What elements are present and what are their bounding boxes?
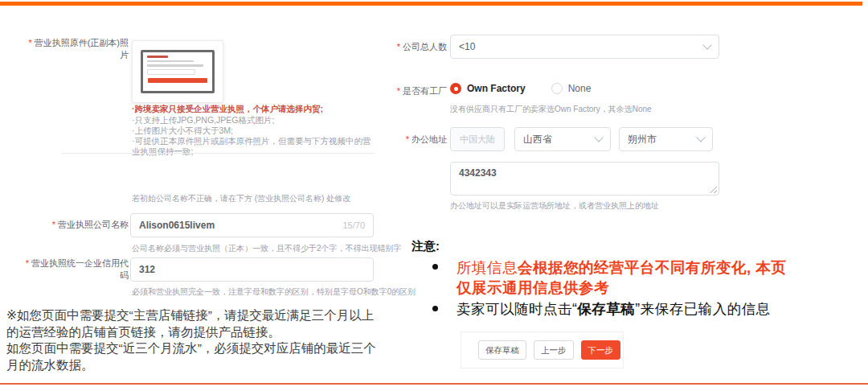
bullet-dot <box>432 306 438 311</box>
section-divider <box>61 153 375 154</box>
credit-code-help: 必须和营业执照完全一致，注意字母和数字的区别，特别是字母O和数字0的区别 <box>132 286 416 298</box>
bullet-2-pre: 卖家可以随时点击“ <box>457 301 577 317</box>
field-label-company-size: *公司总人数 <box>350 41 447 53</box>
label-text: 营业执照公司名称 <box>58 220 129 229</box>
footer-buttons-inset: 保存草稿 上一步 下一步 <box>461 331 624 368</box>
resize-handle-icon[interactable] <box>710 186 717 193</box>
chevron-down-icon <box>594 133 603 142</box>
company-name-value: Alison0615livem <box>139 220 336 231</box>
license-dialog-graphic <box>141 50 215 93</box>
dialog-title-bar <box>147 56 168 58</box>
rule-line: ·上传图片大小不得大于3M; <box>132 126 375 136</box>
rule-line: ·可提供正本原件照片或副本原件照片，但需要与下方视频中的营业执照保持一致; <box>132 136 375 157</box>
factory-help: 没有供应商只有工厂的卖家选Own Factory，其余选None <box>450 104 652 115</box>
company-name-help: 公司名称必须与营业执照（正本）一致，且不得少于2个字，不得出现错别字 <box>132 243 402 254</box>
province-value: 山西省 <box>523 133 596 146</box>
field-label-office-address: *办公地址 <box>350 134 447 146</box>
required-mark: * <box>397 86 400 96</box>
label-text: 营业执照统一企业信用代码 <box>31 258 129 280</box>
notice-bullet-1: 所填信息会根据您的经营平台不同有所变化, 本页仅展示通用信息供参考 <box>432 257 797 298</box>
label-text: 办公地址 <box>411 134 447 144</box>
credit-code-value: 312 <box>139 264 365 275</box>
factory-radio-group: Own Factory None <box>450 83 591 94</box>
prev-step-button[interactable]: 上一步 <box>534 340 574 360</box>
province-select[interactable]: 山西省 <box>514 127 611 151</box>
required-mark: * <box>26 258 29 268</box>
field-label-company-name: *营业执照公司名称 <box>23 219 129 231</box>
license-red-note: ·跨境卖家只接受企业营业执照，个体户请选择内贸; <box>132 104 323 115</box>
bullet-dot <box>432 264 438 270</box>
chevron-down-icon <box>702 40 711 49</box>
radio-selected-icon[interactable] <box>450 83 461 94</box>
bullet-2-bold: 保存草稿 <box>577 301 635 317</box>
rule-line: ·只支持上传JPG,PNG,JPEG格式图片; <box>132 115 375 126</box>
city-select[interactable]: 朔州市 <box>619 127 713 151</box>
notice-heading: 注意: <box>411 239 440 254</box>
radio-unselected-icon[interactable] <box>551 83 563 94</box>
chevron-down-icon <box>696 133 705 142</box>
company-size-select[interactable]: <10 <box>450 35 719 59</box>
address-detail-textarea[interactable]: 4342343 <box>450 162 719 196</box>
radio-option-none[interactable]: None <box>568 83 592 94</box>
dialog-text-bar <box>147 60 194 63</box>
bottom-accent-line <box>0 383 868 385</box>
region-value: 中国大陆 <box>460 134 495 146</box>
license-photo-thumbnail[interactable] <box>132 40 223 103</box>
notice-bullet-1-text: 所填信息会根据您的经营平台不同有所变化, 本页仅展示通用信息供参考 <box>457 257 797 298</box>
notice-bullet-2-text: 卖家可以随时点击“保存草稿”来保存已输入的信息 <box>457 299 771 319</box>
city-value: 朔州市 <box>628 133 698 146</box>
page-footnote: ※如您页面中需要提交“主营店铺链接”，请提交最近满足三个月以上的运营经验的店铺首… <box>6 307 384 373</box>
required-mark: * <box>52 220 55 229</box>
label-text: 营业执照原件(正副本)照片 <box>35 38 129 60</box>
field-label-license-photo: *营业执照原件(正副本)照片 <box>23 37 129 61</box>
bullet-2-post: ”来保存已输入的信息 <box>635 301 770 317</box>
label-text: 公司总人数 <box>403 42 447 51</box>
company-size-value: <10 <box>459 41 704 52</box>
company-name-rename-hint: 若初始公司名称不正确，请在下方 (营业执照公司名称) 处修改 <box>132 193 350 204</box>
required-mark: * <box>397 42 400 51</box>
dialog-red-button-bar <box>148 78 207 84</box>
label-text: 是否有工厂 <box>403 86 447 96</box>
footnote-paragraph: 如您页面中需要提交“近三个月流水”，必须提交对应店铺的最近三个月的流水数据。 <box>6 340 384 373</box>
field-label-factory: *是否有工厂 <box>350 85 447 97</box>
bullet-1-lead: 所填信息 <box>457 259 518 276</box>
region-select-disabled[interactable]: 中国大陆 <box>450 127 505 151</box>
field-label-credit-code: *营业执照统一企业信用代码 <box>23 257 129 282</box>
required-mark: * <box>28 38 31 47</box>
dialog-select-bar <box>147 69 195 75</box>
address-help: 办公地址可以是实际运营场所地址，或者营业执照上的地址 <box>450 200 659 212</box>
address-detail-value: 4342343 <box>459 167 497 179</box>
dialog-text-bar <box>147 64 203 67</box>
next-step-button[interactable]: 下一步 <box>581 340 621 360</box>
company-name-input[interactable]: Alison0615livem 15/70 <box>130 213 374 237</box>
footnote-paragraph: ※如您页面中需要提交“主营店铺链接”，请提交最近满足三个月以上的运营经验的店铺首… <box>6 307 384 340</box>
credit-code-input[interactable]: 312 <box>130 257 374 282</box>
required-mark: * <box>406 134 409 144</box>
radio-option-own-factory[interactable]: Own Factory <box>467 83 526 94</box>
save-draft-button[interactable]: 保存草稿 <box>478 340 526 360</box>
seller-registration-form: *营业执照原件(正副本)照片 ·跨境卖家只接受企业营业执照，个体户请选择内贸; … <box>0 0 868 387</box>
char-counter: 15/70 <box>342 220 365 230</box>
license-upload-rules: ·只支持上传JPG,PNG,JPEG格式图片; ·上传图片大小不得大于3M; ·… <box>132 115 375 157</box>
top-accent-bar <box>0 2 862 6</box>
notice-bullet-2: 卖家可以随时点击“保存草稿”来保存已输入的信息 <box>432 299 771 319</box>
